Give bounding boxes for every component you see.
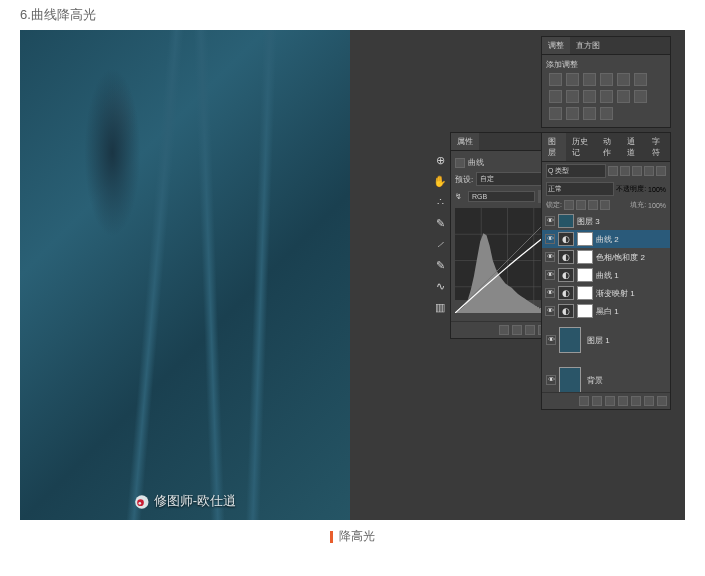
curves-type-icon (455, 158, 465, 168)
watermark: 修图师-欧仕逍 (134, 492, 236, 510)
adj-type: 曲线 (468, 157, 484, 168)
visibility-icon[interactable]: 👁 (546, 335, 556, 345)
channel-dropdown[interactable]: RGB (468, 191, 535, 202)
exposure-icon[interactable] (600, 73, 613, 86)
tab-histogram[interactable]: 直方图 (570, 37, 606, 54)
tab-char[interactable]: 字符 (646, 133, 670, 161)
fill-label: 填充: (630, 200, 646, 210)
figure-caption: 降高光 (0, 520, 705, 553)
gradmap-icon[interactable] (583, 107, 596, 120)
adjustment-icon-grid (546, 70, 666, 123)
group-icon[interactable] (631, 396, 641, 406)
hue-icon[interactable] (634, 73, 647, 86)
tab-history[interactable]: 历史记 (566, 133, 597, 161)
invert-icon[interactable] (634, 90, 647, 103)
svg-point-2 (138, 502, 141, 505)
canvas-image[interactable]: 修图师-欧仕逍 (20, 30, 350, 520)
fill-adj-icon[interactable] (618, 396, 628, 406)
levels-icon[interactable] (566, 73, 579, 86)
curves-icon[interactable] (583, 73, 596, 86)
view-prev-icon[interactable] (512, 325, 522, 335)
lock-pos-icon[interactable] (588, 200, 598, 210)
blend-mode-dropdown[interactable]: 正常 (546, 182, 614, 196)
visibility-icon[interactable]: 👁 (545, 216, 555, 226)
filter-type-icon[interactable] (632, 166, 642, 176)
fill-value[interactable]: 100% (648, 202, 666, 209)
opacity-value[interactable]: 100% (648, 186, 666, 193)
point-icon[interactable]: ⟋ (432, 236, 448, 252)
weibo-icon (134, 494, 150, 510)
reset-icon[interactable] (525, 325, 535, 335)
visibility-icon[interactable]: 👁 (545, 288, 555, 298)
layer-row[interactable]: 👁黑白 1 (542, 302, 670, 320)
lock-paint-icon[interactable] (576, 200, 586, 210)
chanmix-icon[interactable] (600, 90, 613, 103)
layer-row[interactable]: 👁曲线 1 (542, 266, 670, 284)
adjustments-panel: 调整 直方图 添加调整 (541, 36, 671, 128)
tab-actions[interactable]: 动作 (597, 133, 621, 161)
preset-label: 预设: (455, 174, 473, 185)
layers-list: 👁图层 3 👁曲线 2 👁色相/饱和度 2 👁曲线 1 👁渐变映射 1 👁黑白 … (542, 212, 670, 392)
lock-label: 锁定: (546, 200, 562, 210)
photoshop-workspace: 修图师-欧仕逍 ⊕ ✋ ∴ ✎ ⟋ ✎ ∿ ▥ 调整 直方图 添加调整 (20, 30, 685, 520)
kind-filter[interactable]: Q 类型 (546, 164, 606, 178)
delete-icon[interactable] (657, 396, 667, 406)
visibility-icon[interactable]: 👁 (545, 306, 555, 316)
fx-icon[interactable] (592, 396, 602, 406)
tab-channels[interactable]: 通道 (621, 133, 645, 161)
sampler-btn-icon[interactable]: ↯ (455, 192, 465, 201)
brightness-icon[interactable] (549, 73, 562, 86)
add-adjustment-label: 添加调整 (546, 59, 666, 70)
tools-column: ⊕ ✋ ∴ ✎ ⟋ ✎ ∿ ▥ (432, 152, 448, 315)
new-layer-icon[interactable] (644, 396, 654, 406)
filter-img-icon[interactable] (608, 166, 618, 176)
caption-bar-icon (330, 531, 333, 543)
opacity-label: 不透明度: (616, 184, 646, 194)
tab-layers[interactable]: 图层 (542, 133, 566, 161)
lock-all-icon[interactable] (600, 200, 610, 210)
bw-icon[interactable] (566, 90, 579, 103)
selcolor-icon[interactable] (600, 107, 613, 120)
tab-adjustments[interactable]: 调整 (542, 37, 570, 54)
layer-row[interactable]: 👁曲线 2 (542, 230, 670, 248)
layer-row[interactable]: 👁色相/饱和度 2 (542, 248, 670, 266)
thresh-icon[interactable] (566, 107, 579, 120)
zoom-tool-icon[interactable]: ⊕ (432, 152, 448, 168)
filter-smart-icon[interactable] (656, 166, 666, 176)
visibility-icon[interactable]: 👁 (545, 234, 555, 244)
tab-properties[interactable]: 属性 (451, 133, 479, 150)
filter-shape-icon[interactable] (644, 166, 654, 176)
pencil-icon[interactable]: ✎ (432, 257, 448, 273)
layers-panel: 图层 历史记 动作 通道 字符 Q 类型 正常 不透明度: 100% 锁定: 填… (541, 132, 671, 410)
page-title: 6.曲线降高光 (0, 0, 705, 30)
mask-icon[interactable] (605, 396, 615, 406)
layer-row[interactable]: 👁图层 3 (542, 212, 670, 230)
visibility-icon[interactable]: 👁 (546, 375, 556, 385)
curve-icon[interactable]: ∿ (432, 278, 448, 294)
colorbal-icon[interactable] (549, 90, 562, 103)
hand-tool-icon[interactable]: ✋ (432, 173, 448, 189)
sampler-icon[interactable]: ∴ (432, 194, 448, 210)
lock-trans-icon[interactable] (564, 200, 574, 210)
layer-row[interactable]: 👁渐变映射 1 (542, 284, 670, 302)
histogram-icon[interactable]: ▥ (432, 299, 448, 315)
eyedropper-icon[interactable]: ✎ (432, 215, 448, 231)
photofilt-icon[interactable] (583, 90, 596, 103)
layer-row[interactable]: 👁背景 (542, 360, 670, 392)
poster-icon[interactable] (549, 107, 562, 120)
visibility-icon[interactable]: 👁 (545, 270, 555, 280)
vibrance-icon[interactable] (617, 73, 630, 86)
visibility-icon[interactable]: 👁 (545, 252, 555, 262)
lookup-icon[interactable] (617, 90, 630, 103)
layer-row[interactable]: 👁图层 1 (542, 320, 670, 360)
clip-icon[interactable] (499, 325, 509, 335)
filter-adj-icon[interactable] (620, 166, 630, 176)
link-icon[interactable] (579, 396, 589, 406)
